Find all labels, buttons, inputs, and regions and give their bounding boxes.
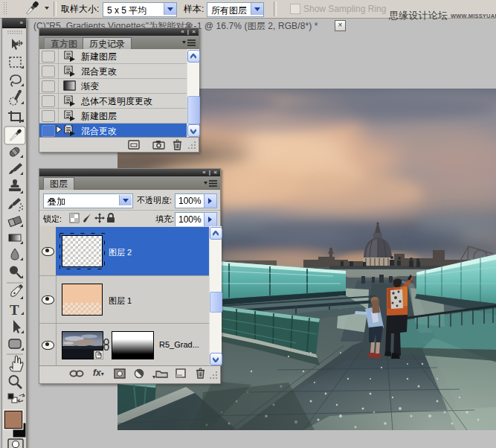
svg-text:T: T <box>10 302 19 318</box>
